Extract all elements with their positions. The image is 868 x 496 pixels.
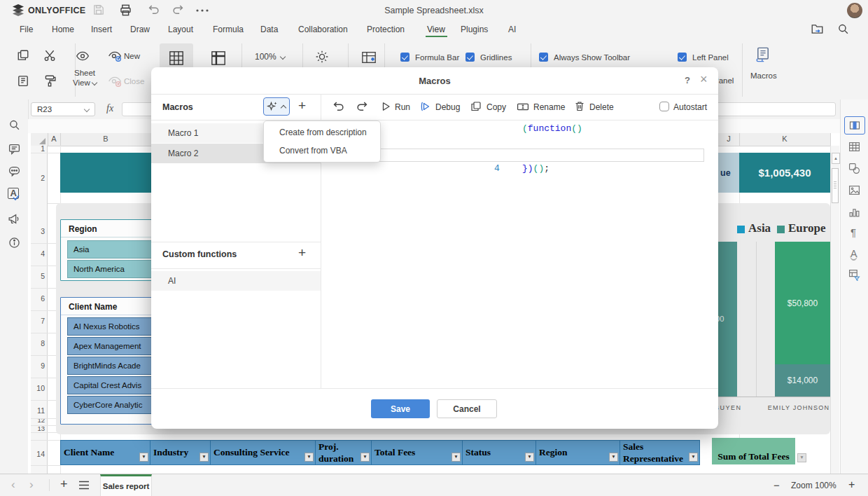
client-slicer-item-4[interactable]: Capital Crest Advis	[67, 376, 160, 394]
row-1[interactable]: 1	[31, 144, 45, 153]
freeze-panes-grid-icon[interactable]	[169, 50, 184, 66]
dialog-help-button[interactable]: ?	[685, 75, 690, 85]
run-macro-icon[interactable]	[380, 101, 391, 112]
open-file-location-icon[interactable]	[811, 22, 824, 36]
sheet-view-caret-icon[interactable]	[92, 80, 97, 85]
macros-toolbar-label[interactable]: Macros	[750, 71, 777, 80]
search-panel-icon[interactable]	[8, 119, 20, 131]
sheet-list-icon[interactable]	[78, 481, 90, 490]
freeze-row-column-icon[interactable]	[211, 50, 226, 66]
dialog-redo-icon[interactable]	[356, 101, 369, 112]
sheet-view-label-line1[interactable]: Sheet	[74, 69, 95, 77]
spellcheck-panel-icon[interactable]: A	[7, 188, 21, 202]
info-panel-icon[interactable]	[8, 237, 20, 249]
column-label-b[interactable]: B	[60, 135, 151, 143]
column-label-j[interactable]: J	[718, 135, 739, 143]
cut-icon[interactable]	[43, 49, 56, 62]
sheet-view-label-line2[interactable]: View	[73, 78, 90, 87]
gridlines-checkbox[interactable]	[465, 53, 475, 62]
menu-view-active[interactable]: View	[427, 25, 445, 34]
cancel-button[interactable]: Cancel	[437, 399, 497, 418]
custom-function-item-ai[interactable]: AI	[151, 271, 321, 291]
menu-collaboration[interactable]: Collaboration	[298, 25, 348, 34]
add-macro-button[interactable]: +	[298, 98, 306, 113]
name-box-caret-icon[interactable]	[84, 106, 90, 112]
debug-macro-icon[interactable]	[420, 101, 431, 112]
scrollbar-thumb[interactable]	[832, 168, 839, 203]
fx-icon[interactable]: fx	[106, 103, 113, 114]
rename-macro-icon[interactable]	[517, 102, 529, 112]
next-sheet-button[interactable]: ›	[29, 478, 34, 492]
client-name-slicer[interactable]: Client Name AI Nexus Robotics Apex Manag…	[60, 297, 165, 425]
slicer-settings-icon[interactable]	[848, 269, 860, 281]
chat-panel-icon[interactable]	[8, 165, 20, 177]
autostart-checkbox[interactable]	[659, 102, 669, 111]
filter-button-region[interactable]: ▼	[609, 453, 618, 462]
name-box[interactable]: R23	[31, 102, 95, 116]
select-all-corner[interactable]	[39, 138, 46, 144]
filter-button-client-name[interactable]: ▼	[139, 453, 148, 462]
interface-theme-icon[interactable]	[315, 50, 329, 64]
filter-button-proj-duration[interactable]: ▼	[360, 453, 370, 462]
column-label-k[interactable]: K	[739, 135, 830, 143]
paragraph-settings-icon[interactable]: ¶	[850, 226, 856, 238]
menu-ai[interactable]: AI	[508, 25, 516, 34]
add-custom-function-button[interactable]: +	[298, 245, 306, 261]
delete-macro-icon[interactable]	[574, 100, 585, 112]
shape-settings-icon[interactable]	[848, 163, 860, 174]
save-button[interactable]: Save	[371, 399, 430, 418]
filter-button-total-fees[interactable]: ▼	[451, 453, 461, 462]
paste-icon[interactable]	[17, 74, 29, 87]
new-sheet-view-icon[interactable]	[108, 50, 122, 62]
row-5[interactable]: 5	[31, 272, 45, 280]
comments-panel-icon[interactable]	[8, 143, 20, 155]
copy-macro-icon[interactable]	[470, 101, 482, 112]
autostart-label[interactable]: Autostart	[673, 102, 707, 112]
filter-button-sales-representative[interactable]: ▼	[689, 453, 698, 462]
sheet-view-icon[interactable]	[76, 50, 90, 62]
copy-icon[interactable]	[17, 49, 29, 62]
format-painter-icon[interactable]	[43, 74, 56, 87]
formula-bar-checkbox[interactable]	[400, 53, 410, 62]
row-3[interactable]: 3	[31, 227, 45, 235]
dialog-undo-icon[interactable]	[332, 101, 344, 112]
region-slicer[interactable]: Region Asia North America	[60, 219, 165, 281]
table-header-consulting-service[interactable]: Consulting Service	[210, 440, 316, 465]
table-header-total-fees[interactable]: Total Fees	[371, 440, 463, 465]
row-8[interactable]: 8	[31, 339, 45, 347]
cell-settings-tab-active[interactable]	[844, 116, 865, 135]
chart-settings-icon[interactable]	[848, 206, 860, 218]
row-2[interactable]: 2	[31, 174, 45, 182]
region-slicer-item-asia[interactable]: Asia	[67, 240, 160, 259]
filter-button-consulting-service[interactable]: ▼	[304, 453, 314, 462]
add-sheet-button[interactable]: +	[60, 477, 68, 492]
menu-item-create-from-description[interactable]: Create from description	[264, 123, 380, 142]
left-panel-checkbox-label[interactable]: Left Panel	[692, 53, 729, 62]
pivot-header-sum-of-total-fees[interactable]: Sum of Total Fees	[712, 438, 795, 464]
always-show-toolbar-checkbox-label[interactable]: Always Show Toolbar	[554, 53, 630, 62]
zoom-caret-icon[interactable]	[280, 54, 286, 60]
table-header-client-name[interactable]: Client Name	[60, 440, 150, 465]
always-show-toolbar-checkbox[interactable]	[539, 53, 548, 62]
filter-button-industry[interactable]: ▼	[200, 453, 209, 462]
client-slicer-item-5[interactable]: CyberCore Analytic	[67, 396, 160, 414]
row-10[interactable]: 10	[31, 384, 45, 392]
zoom-in-button[interactable]: +	[848, 478, 855, 491]
image-settings-icon[interactable]	[848, 184, 860, 196]
dialog-close-button[interactable]: ×	[700, 72, 708, 87]
menu-draw[interactable]: Draw	[130, 25, 150, 34]
zoom-value[interactable]: 100%	[255, 52, 276, 62]
client-slicer-item-2[interactable]: Apex Management	[67, 337, 160, 355]
left-panel-checkbox[interactable]	[678, 53, 687, 62]
table-header-sales-representative[interactable]: Sales Representative	[620, 440, 700, 465]
filter-button-pivot[interactable]: ▼	[797, 453, 806, 462]
menu-file[interactable]: File	[20, 25, 33, 34]
filter-button-status[interactable]: ▼	[525, 453, 534, 462]
row-12[interactable]: 12	[31, 416, 45, 424]
vertical-scrollbar[interactable]: ▲	[830, 146, 839, 474]
debug-macro-label[interactable]: Debug	[435, 102, 460, 112]
gridlines-checkbox-label[interactable]: Gridlines	[480, 53, 512, 62]
row-14[interactable]: 14	[31, 450, 45, 458]
search-icon[interactable]	[837, 23, 849, 35]
menu-protection[interactable]: Protection	[367, 25, 405, 34]
